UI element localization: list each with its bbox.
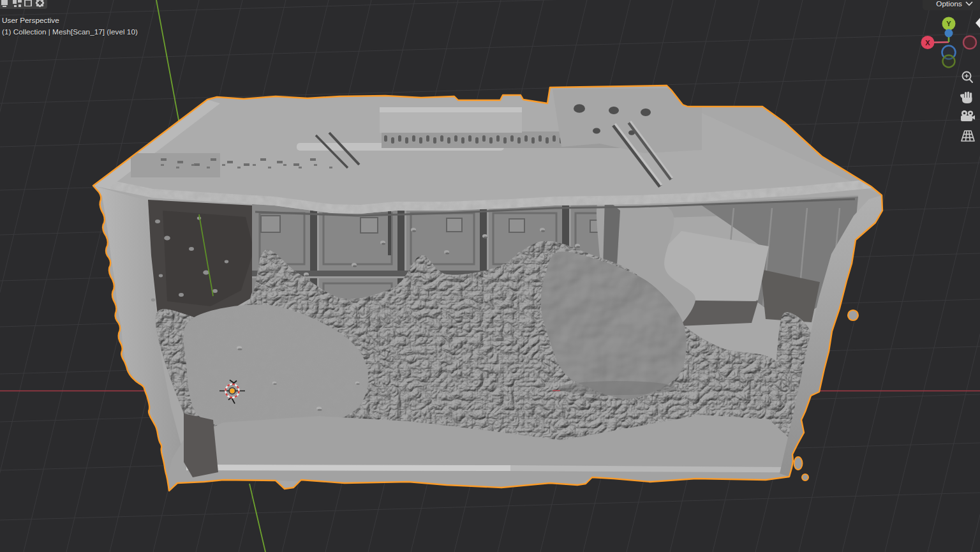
- svg-text:Y: Y: [946, 20, 951, 27]
- svg-text:Options: Options: [936, 0, 962, 8]
- svg-text:X: X: [925, 39, 930, 47]
- svg-text:User Perspective: User Perspective: [2, 16, 59, 25]
- svg-text:(1) Collection | Mesh[Scan_17]: (1) Collection | Mesh[Scan_17] (level 10…: [2, 27, 138, 36]
